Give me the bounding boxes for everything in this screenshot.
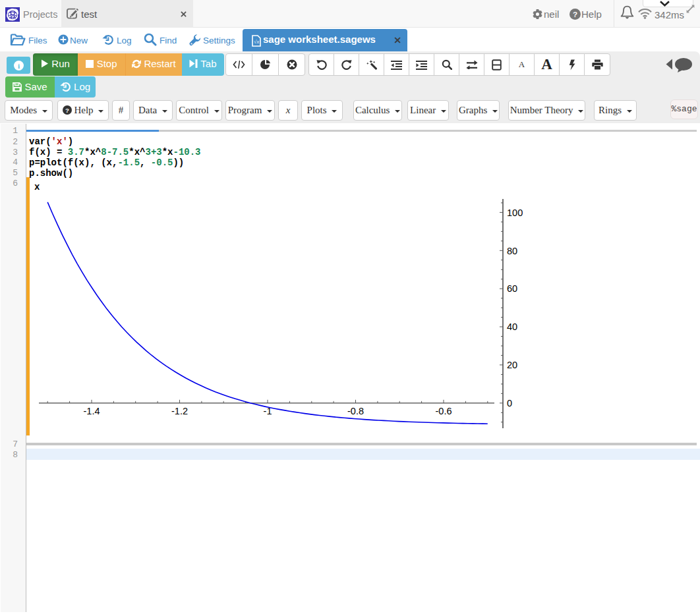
svg-text:-1.4: -1.4: [84, 406, 100, 416]
svg-text:-1.2: -1.2: [171, 406, 188, 416]
svg-text:i: i: [17, 62, 19, 70]
svg-text:40: 40: [507, 322, 517, 332]
svg-text:20: 20: [507, 360, 517, 370]
svg-text:-0.6: -0.6: [436, 406, 452, 416]
svg-text:?: ?: [65, 107, 69, 114]
svg-text:?: ?: [573, 10, 577, 18]
svg-text:-0.8: -0.8: [347, 406, 364, 416]
svg-text:0: 0: [507, 398, 512, 408]
svg-text:60: 60: [507, 283, 517, 294]
svg-text:√x: √x: [254, 39, 259, 45]
svg-text:80: 80: [507, 246, 517, 256]
svg-text:100: 100: [507, 208, 523, 218]
